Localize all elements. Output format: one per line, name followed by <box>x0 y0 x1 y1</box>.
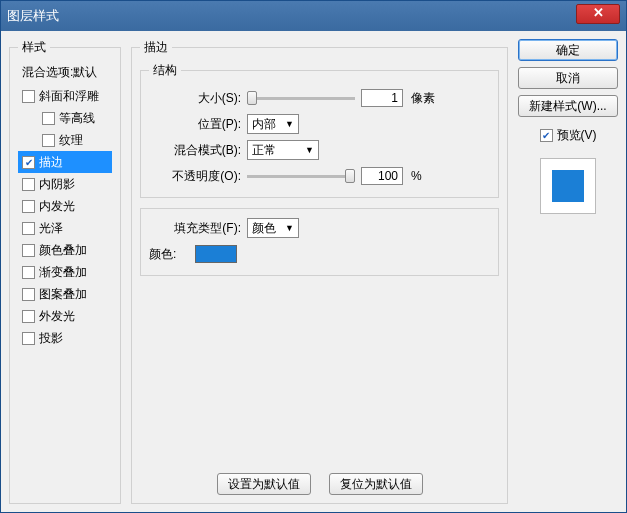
checkbox[interactable] <box>22 310 35 323</box>
checkbox[interactable] <box>22 156 35 169</box>
filltype-label: 填充类型(F): <box>149 220 241 237</box>
filltype-value: 颜色 <box>252 220 276 237</box>
style-item-stroke[interactable]: 描边 <box>18 151 112 173</box>
checkbox[interactable] <box>22 90 35 103</box>
fill-group: 填充类型(F): 颜色 ▼ 颜色: <box>140 208 499 276</box>
preview-box <box>540 158 596 214</box>
checkbox[interactable] <box>22 332 35 345</box>
size-slider[interactable] <box>247 97 355 100</box>
color-swatch[interactable] <box>195 245 237 263</box>
opacity-row: 不透明度(O): 100 % <box>149 163 490 189</box>
checkbox[interactable] <box>540 129 553 142</box>
structure-group: 结构 大小(S): 1 像素 位置(P): 内部 ▼ 混合模式(B): <box>140 62 499 198</box>
chevron-down-icon: ▼ <box>285 223 294 233</box>
filltype-dropdown[interactable]: 颜色 ▼ <box>247 218 299 238</box>
checkbox[interactable] <box>42 112 55 125</box>
layer-style-dialog: 图层样式 ✕ 样式 混合选项:默认 斜面和浮雕 等高线 纹理 描边 内阴影 内发… <box>0 0 627 513</box>
checkbox[interactable] <box>22 244 35 257</box>
new-style-button[interactable]: 新建样式(W)... <box>518 95 618 117</box>
filltype-row: 填充类型(F): 颜色 ▼ <box>149 215 490 241</box>
stroke-panel-title: 描边 <box>140 39 172 56</box>
style-item-color-overlay[interactable]: 颜色叠加 <box>18 239 112 261</box>
style-item-satin[interactable]: 光泽 <box>18 217 112 239</box>
checkbox[interactable] <box>22 222 35 235</box>
style-label: 投影 <box>39 330 63 347</box>
style-item-inner-glow[interactable]: 内发光 <box>18 195 112 217</box>
style-label: 外发光 <box>39 308 75 325</box>
position-value: 内部 <box>252 116 276 133</box>
preview-swatch <box>552 170 584 202</box>
make-default-button[interactable]: 设置为默认值 <box>217 473 311 495</box>
cancel-button[interactable]: 取消 <box>518 67 618 89</box>
preview-toggle[interactable]: 预览(V) <box>518 127 618 144</box>
checkbox[interactable] <box>22 266 35 279</box>
style-label: 斜面和浮雕 <box>39 88 99 105</box>
style-item-inner-shadow[interactable]: 内阴影 <box>18 173 112 195</box>
size-input[interactable]: 1 <box>361 89 403 107</box>
style-label: 纹理 <box>59 132 83 149</box>
blend-label: 混合模式(B): <box>149 142 241 159</box>
position-dropdown[interactable]: 内部 ▼ <box>247 114 299 134</box>
style-item-gradient-overlay[interactable]: 渐变叠加 <box>18 261 112 283</box>
blend-value: 正常 <box>252 142 276 159</box>
style-list: 混合选项:默认 斜面和浮雕 等高线 纹理 描边 内阴影 内发光 光泽 颜色叠加 … <box>18 62 112 349</box>
style-label: 图案叠加 <box>39 286 87 303</box>
size-label: 大小(S): <box>149 90 241 107</box>
color-label: 颜色: <box>149 246 189 263</box>
checkbox[interactable] <box>42 134 55 147</box>
size-row: 大小(S): 1 像素 <box>149 85 490 111</box>
window-title: 图层样式 <box>7 7 576 25</box>
right-column: 确定 取消 新建样式(W)... 预览(V) <box>518 39 618 504</box>
style-label: 内发光 <box>39 198 75 215</box>
blend-options-default[interactable]: 混合选项:默认 <box>18 62 112 85</box>
blend-dropdown[interactable]: 正常 ▼ <box>247 140 319 160</box>
position-label: 位置(P): <box>149 116 241 133</box>
color-row: 颜色: <box>149 241 490 267</box>
style-label: 渐变叠加 <box>39 264 87 281</box>
checkbox[interactable] <box>22 178 35 191</box>
style-item-outer-glow[interactable]: 外发光 <box>18 305 112 327</box>
defaults-buttons: 设置为默认值 复位为默认值 <box>140 473 499 495</box>
opacity-label: 不透明度(O): <box>149 168 241 185</box>
style-label: 光泽 <box>39 220 63 237</box>
opacity-input[interactable]: 100 <box>361 167 403 185</box>
style-label: 描边 <box>39 154 63 171</box>
preview-label: 预览(V) <box>557 127 597 144</box>
style-label: 颜色叠加 <box>39 242 87 259</box>
style-label: 等高线 <box>59 110 95 127</box>
style-item-bevel[interactable]: 斜面和浮雕 <box>18 85 112 107</box>
opacity-unit: % <box>411 169 422 183</box>
blend-row: 混合模式(B): 正常 ▼ <box>149 137 490 163</box>
chevron-down-icon: ▼ <box>285 119 294 129</box>
style-item-drop-shadow[interactable]: 投影 <box>18 327 112 349</box>
style-label: 内阴影 <box>39 176 75 193</box>
checkbox[interactable] <box>22 288 35 301</box>
styles-list-panel: 样式 混合选项:默认 斜面和浮雕 等高线 纹理 描边 内阴影 内发光 光泽 颜色… <box>9 39 121 504</box>
titlebar[interactable]: 图层样式 ✕ <box>1 1 626 31</box>
chevron-down-icon: ▼ <box>305 145 314 155</box>
opacity-slider[interactable] <box>247 175 355 178</box>
style-item-texture[interactable]: 纹理 <box>18 129 112 151</box>
size-unit: 像素 <box>411 90 435 107</box>
client-area: 样式 混合选项:默认 斜面和浮雕 等高线 纹理 描边 内阴影 内发光 光泽 颜色… <box>1 31 626 512</box>
stroke-panel: 描边 结构 大小(S): 1 像素 位置(P): 内部 ▼ <box>131 39 508 504</box>
close-button[interactable]: ✕ <box>576 4 620 24</box>
style-item-pattern-overlay[interactable]: 图案叠加 <box>18 283 112 305</box>
position-row: 位置(P): 内部 ▼ <box>149 111 490 137</box>
ok-button[interactable]: 确定 <box>518 39 618 61</box>
style-item-contour[interactable]: 等高线 <box>18 107 112 129</box>
structure-title: 结构 <box>149 62 181 79</box>
reset-default-button[interactable]: 复位为默认值 <box>329 473 423 495</box>
styles-header: 样式 <box>18 39 50 56</box>
checkbox[interactable] <box>22 200 35 213</box>
